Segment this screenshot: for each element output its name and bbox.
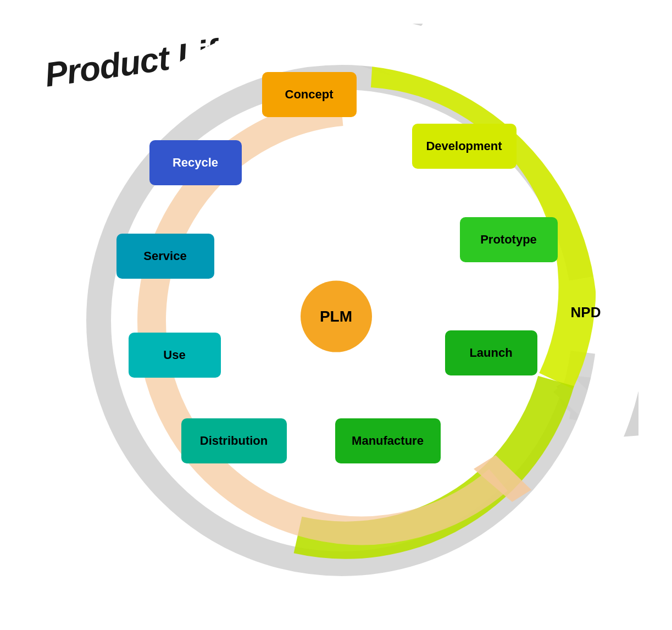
development-box: Development [412, 124, 517, 169]
concept-box: Concept [262, 72, 357, 117]
diagram-container: Product Lifecycle PLM NPD [34, 24, 638, 606]
manufacture-box: Manufacture [335, 418, 441, 463]
recycle-box: Recycle [149, 140, 242, 185]
service-box: Service [116, 234, 214, 279]
distribution-box: Distribution [181, 418, 287, 463]
use-box: Use [129, 333, 221, 378]
plm-center: PLM [301, 281, 372, 352]
launch-box: Launch [445, 330, 537, 375]
prototype-box: Prototype [460, 217, 558, 262]
npd-label: NPD [571, 304, 601, 321]
